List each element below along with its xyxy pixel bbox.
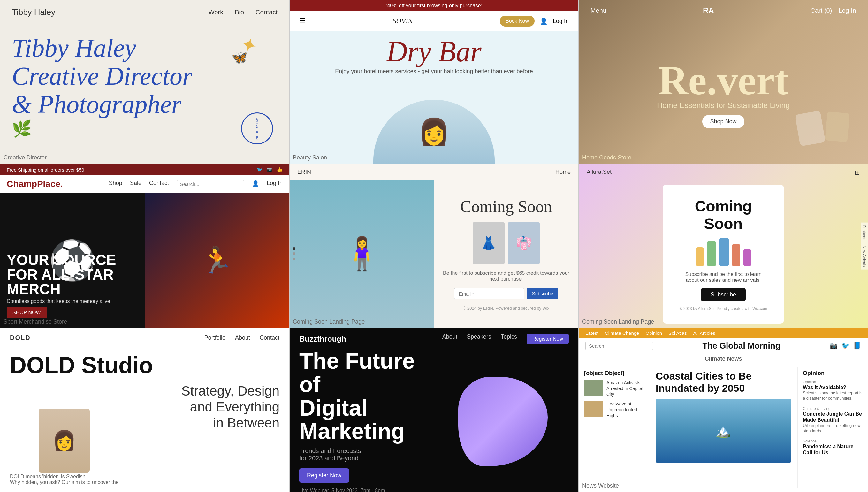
allura-tab-new-arrivals[interactable]: New Arrivals — [861, 243, 868, 270]
cell-buzzthrough: Buzzthrough About Speakers Topics Regist… — [289, 328, 579, 492]
tibby-label: Creative Director — [3, 154, 47, 161]
news-social-3[interactable]: 📘 — [853, 342, 861, 349]
news-nav: The Global Morning 📷 🐦 📘 — [579, 338, 868, 354]
news-topbar: Latest Climate Change Opinion Sci Atlas … — [579, 328, 868, 338]
news-main-headline[interactable]: Coastal Cities to Be Inundated by 2050 — [656, 370, 791, 395]
allura-tab-featured[interactable]: Featured — [861, 223, 868, 243]
product-4 — [732, 244, 740, 267]
allura-body: Coming Soon Subscribe and be the first t… — [579, 181, 868, 327]
dold-photo: 👩 — [39, 409, 90, 472]
dold-nav-links: Portfolio About Contact — [204, 335, 279, 341]
globe-icon: WORK UPON — [241, 113, 273, 144]
revert-label: Home Goods Store — [582, 154, 631, 161]
instagram-icon[interactable]: 📷 — [267, 167, 273, 173]
champ-topbar-text: Free Shipping on all orders over $50 — [7, 167, 84, 173]
news-tab-latest[interactable]: Latest — [585, 330, 598, 336]
revert-menu[interactable]: Menu — [590, 7, 607, 15]
news-mid-col: Coastal Cities to Be Inundated by 2050 🏔… — [649, 367, 797, 489]
cell-allura: Allura.Set ⊞ Coming Soon Subscribe and b… — [579, 164, 868, 328]
dot-2[interactable] — [293, 252, 296, 255]
champ-nav-sale[interactable]: Sale — [130, 180, 142, 189]
news-social-2[interactable]: 🐦 — [842, 342, 849, 349]
drybar-login[interactable]: Log In — [553, 18, 569, 25]
news-story-text-1[interactable]: Amazon Activists Arrested in Capital Cit… — [607, 380, 644, 397]
buzz-register-button[interactable]: Register Now — [527, 334, 569, 344]
drybar-booknow-button[interactable]: Book Now — [500, 16, 535, 26]
news-section-label: Climate News — [579, 354, 868, 364]
erin-subscribe-button[interactable]: Subscribe — [527, 288, 559, 299]
champ-search-input[interactable] — [177, 180, 244, 189]
buzz-title: The Future ofDigital Marketing — [299, 349, 431, 443]
op-head-3[interactable]: Pandemics: a Nature Call for Us — [803, 443, 863, 456]
allura-label: Coming Soon Landing Page — [582, 319, 654, 325]
champ-user-icon[interactable]: 👤 — [252, 180, 259, 189]
champ-shop-button[interactable]: SHOP NOW — [7, 308, 47, 318]
erin-right-panel: Coming Soon 👗 👘 Be the first to subscrib… — [434, 180, 578, 327]
champ-h1: YOUR SOURCE — [7, 251, 116, 268]
allura-subscribe-button[interactable]: Subscribe — [701, 288, 746, 301]
dot-1[interactable] — [293, 247, 296, 250]
drybar-label: Beauty Salon — [293, 154, 327, 161]
buzz-cta-button[interactable]: Register Now — [299, 468, 349, 483]
news-tab-sci[interactable]: Sci Atlas — [668, 330, 687, 336]
allura-logo: Allura.Set — [587, 169, 612, 176]
product-2 — [707, 241, 716, 267]
news-tab-all[interactable]: All Articles — [693, 330, 715, 336]
drybar-hamburger-icon[interactable]: ☰ — [299, 17, 306, 25]
revert-stones — [797, 113, 848, 144]
op-head-1[interactable]: Was it Avoidable? — [803, 384, 863, 390]
tibby-nav-bio[interactable]: Bio — [235, 9, 244, 16]
erin-body: 🧍‍♀️ Coming Soon 👗 👘 Be the first to sub… — [290, 180, 578, 327]
dold-contact[interactable]: Contact — [260, 335, 279, 341]
cell-global-morning: Latest Climate Change Opinion Sci Atlas … — [579, 328, 868, 492]
stone-1 — [795, 110, 825, 146]
tibby-title: Tibby Haley Creative Director & Photogra… — [12, 34, 278, 118]
champ-nav-shop[interactable]: Shop — [109, 180, 122, 189]
op-head-2[interactable]: Concrete Jungle Can Be Made Beautiful — [803, 411, 863, 423]
news-right-col: Opinion Opinion Was it Avoidable? Scient… — [797, 367, 868, 489]
buzz-logo: Buzzthrough — [299, 335, 346, 343]
revert-shop-button[interactable]: Shop Now — [702, 115, 744, 128]
main-grid: Tibby Haley Work Bio Contact Tibby Haley… — [0, 0, 868, 492]
buzz-nav-links: About Speakers Topics Register Now — [442, 334, 569, 344]
dold-nav: DOLD Portfolio About Contact — [0, 328, 289, 347]
drybar-nav: ☰ SOVIN Book Now 👤 Log In — [290, 11, 578, 31]
champ-login[interactable]: Log In — [267, 180, 283, 189]
news-main-image: 🏔️ — [656, 399, 791, 463]
tibby-nav-contact[interactable]: Contact — [255, 9, 278, 16]
allura-footer: © 2023 by Allura.Set. Proudly created wi… — [680, 306, 767, 311]
twitter-icon[interactable]: 🐦 — [257, 167, 263, 173]
revert-cart[interactable]: Cart (0) — [811, 7, 832, 15]
news-opinion-2: Climate & Living Concrete Jungle Can Be … — [803, 407, 863, 434]
drybar-model-image: 👩 — [373, 100, 495, 164]
erin-home-link[interactable]: Home — [555, 169, 571, 175]
erin-email-input[interactable] — [454, 288, 525, 299]
erin-thumb-1: 👗 — [473, 222, 505, 264]
buzz-topics[interactable]: Topics — [501, 334, 517, 344]
news-tab-opinion[interactable]: Opinion — [645, 330, 662, 336]
buzz-about[interactable]: About — [442, 334, 457, 344]
dold-about[interactable]: About — [235, 335, 250, 341]
dot-3[interactable] — [293, 257, 296, 260]
buzz-speakers[interactable]: Speakers — [467, 334, 491, 344]
tibby-name: Tibby Haley — [12, 34, 136, 62]
champ-nav-contact[interactable]: Contact — [149, 180, 169, 189]
drybar-arch: 👩 — [373, 100, 495, 164]
op-tag-1: Opinion — [803, 380, 863, 384]
news-tab-climate[interactable]: Climate Change — [605, 330, 639, 336]
cell-champplace: Free Shipping on all orders over $50 🐦 📷… — [0, 164, 289, 328]
dold-portfolio[interactable]: Portfolio — [204, 335, 226, 341]
dold-desc-2: Why hidden, you ask? Our aim is to uncov… — [10, 479, 119, 485]
erin-nav: ERIN Home — [290, 164, 578, 180]
news-search-input[interactable] — [585, 342, 653, 350]
facebook-icon[interactable]: 👍 — [277, 167, 283, 173]
news-story-text-2[interactable]: Heatwave at Unprecedented Highs — [607, 401, 644, 419]
buzz-right-panel — [437, 377, 569, 466]
revert-login[interactable]: Log In — [838, 7, 856, 15]
drybar-user-icon[interactable]: 👤 — [540, 17, 548, 25]
drybar-subtitle: Enjoy your hotel meets services - get yo… — [335, 68, 533, 75]
drybar-topbar: *40% off your first browsing-only purcha… — [290, 0, 578, 11]
news-social-1[interactable]: 📷 — [830, 342, 838, 349]
tibby-role1: Creative — [12, 62, 99, 90]
tibby-nav-work[interactable]: Work — [208, 9, 223, 16]
